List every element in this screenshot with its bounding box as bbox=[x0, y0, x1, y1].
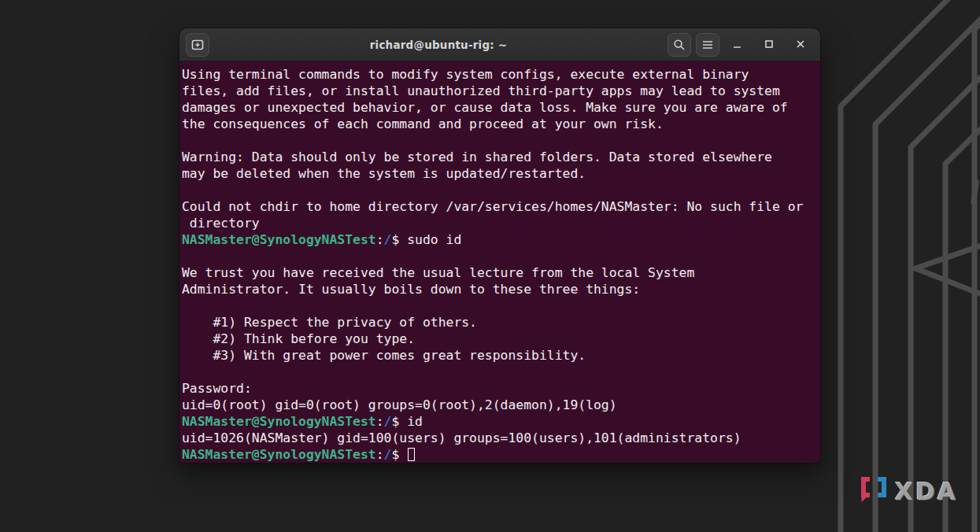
terminal-line: files, add files, or install unauthorize… bbox=[182, 83, 819, 99]
minimize-button[interactable] bbox=[724, 33, 751, 57]
titlebar[interactable]: richard@ubuntu-rig: ~ bbox=[179, 28, 820, 61]
terminal-line: Administrator. It usually boils down to … bbox=[182, 281, 819, 297]
minimize-icon bbox=[733, 37, 742, 52]
terminal-line: #2) Think before you type. bbox=[182, 331, 819, 347]
maximize-button[interactable] bbox=[756, 33, 782, 57]
close-icon bbox=[796, 37, 805, 52]
terminal-line: Password: bbox=[182, 380, 819, 397]
terminal-line: the consequences of each command and pro… bbox=[182, 116, 819, 132]
terminal-line: #3) With great power comes great respons… bbox=[182, 347, 819, 364]
terminal-line: directory bbox=[182, 215, 819, 231]
terminal-line: may be deleted when the system is update… bbox=[182, 165, 819, 182]
terminal-cursor bbox=[408, 448, 415, 461]
menu-button[interactable] bbox=[696, 33, 719, 57]
terminal-line: #1) Respect the privacy of others. bbox=[182, 314, 819, 331]
window-title: richard@ubuntu-rig: ~ bbox=[209, 39, 668, 51]
search-button[interactable] bbox=[668, 33, 691, 57]
xda-watermark: XDA bbox=[859, 475, 958, 507]
terminal-line bbox=[182, 297, 819, 314]
new-tab-icon bbox=[191, 39, 204, 50]
terminal-line bbox=[182, 132, 819, 149]
terminal-line: Warning: Data should only be stored in s… bbox=[182, 149, 819, 165]
terminal-line: We trust you have received the usual lec… bbox=[182, 264, 819, 281]
terminal-window: richard@ubuntu-rig: ~ bbox=[179, 28, 820, 463]
terminal-line: Could not chdir to home directory /var/s… bbox=[182, 198, 819, 215]
new-tab-button[interactable] bbox=[186, 33, 209, 57]
terminal-line: NASMaster@SynologyNASTest:/$ bbox=[182, 446, 819, 463]
terminal-line: Using terminal commands to modify system… bbox=[182, 66, 819, 83]
close-button[interactable] bbox=[787, 33, 814, 57]
terminal-line: uid=0(root) gid=0(root) groups=0(root),2… bbox=[182, 397, 819, 413]
terminal-line bbox=[182, 248, 819, 264]
xda-logo-icon bbox=[859, 475, 889, 507]
terminal-line: NASMaster@SynologyNASTest:/$ id bbox=[182, 413, 819, 430]
xda-logo-text: XDA bbox=[895, 478, 958, 505]
terminal-line: uid=1026(NASMaster) gid=100(users) group… bbox=[182, 430, 819, 446]
terminal-line: NASMaster@SynologyNASTest:/$ sudo id bbox=[182, 231, 819, 248]
terminal-line bbox=[182, 182, 819, 198]
terminal-body[interactable]: Using terminal commands to modify system… bbox=[179, 61, 820, 463]
maximize-icon bbox=[764, 37, 774, 52]
background-line-art bbox=[799, 0, 980, 532]
menu-icon bbox=[701, 39, 714, 50]
terminal-line bbox=[182, 364, 819, 380]
terminal-line: damages or unexpected behavior, or cause… bbox=[182, 99, 819, 116]
search-icon bbox=[673, 39, 686, 51]
